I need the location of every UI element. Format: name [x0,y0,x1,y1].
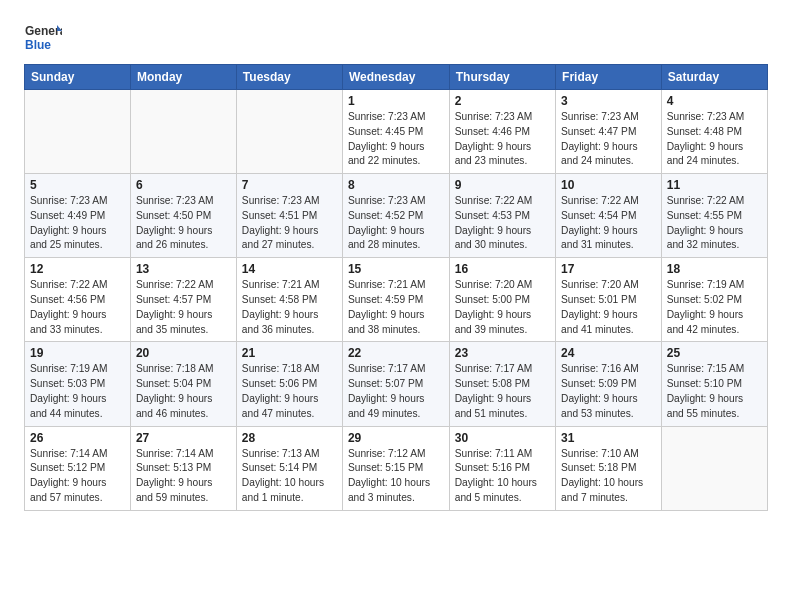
day-number: 12 [30,262,125,276]
day-info: Sunrise: 7:23 AMSunset: 4:49 PMDaylight:… [30,194,125,253]
day-number: 8 [348,178,444,192]
calendar-cell [236,90,342,174]
day-number: 13 [136,262,231,276]
day-number: 10 [561,178,656,192]
calendar-cell: 5Sunrise: 7:23 AMSunset: 4:49 PMDaylight… [25,174,131,258]
calendar-cell: 13Sunrise: 7:22 AMSunset: 4:57 PMDayligh… [130,258,236,342]
day-info: Sunrise: 7:14 AMSunset: 5:13 PMDaylight:… [136,447,231,506]
day-info: Sunrise: 7:22 AMSunset: 4:54 PMDaylight:… [561,194,656,253]
calendar-header-row: SundayMondayTuesdayWednesdayThursdayFrid… [25,65,768,90]
calendar-cell: 16Sunrise: 7:20 AMSunset: 5:00 PMDayligh… [449,258,555,342]
calendar-cell: 17Sunrise: 7:20 AMSunset: 5:01 PMDayligh… [556,258,662,342]
day-info: Sunrise: 7:22 AMSunset: 4:57 PMDaylight:… [136,278,231,337]
calendar-cell: 7Sunrise: 7:23 AMSunset: 4:51 PMDaylight… [236,174,342,258]
calendar-cell: 23Sunrise: 7:17 AMSunset: 5:08 PMDayligh… [449,342,555,426]
day-number: 2 [455,94,550,108]
calendar-cell: 29Sunrise: 7:12 AMSunset: 5:15 PMDayligh… [342,426,449,510]
day-info: Sunrise: 7:23 AMSunset: 4:47 PMDaylight:… [561,110,656,169]
calendar-cell: 12Sunrise: 7:22 AMSunset: 4:56 PMDayligh… [25,258,131,342]
day-number: 16 [455,262,550,276]
day-number: 30 [455,431,550,445]
calendar-cell: 4Sunrise: 7:23 AMSunset: 4:48 PMDaylight… [661,90,767,174]
calendar-cell: 27Sunrise: 7:14 AMSunset: 5:13 PMDayligh… [130,426,236,510]
day-number: 27 [136,431,231,445]
calendar-table: SundayMondayTuesdayWednesdayThursdayFrid… [24,64,768,511]
day-number: 23 [455,346,550,360]
day-info: Sunrise: 7:21 AMSunset: 4:59 PMDaylight:… [348,278,444,337]
svg-text:Blue: Blue [25,38,51,52]
calendar-cell: 18Sunrise: 7:19 AMSunset: 5:02 PMDayligh… [661,258,767,342]
calendar-cell: 22Sunrise: 7:17 AMSunset: 5:07 PMDayligh… [342,342,449,426]
day-info: Sunrise: 7:12 AMSunset: 5:15 PMDaylight:… [348,447,444,506]
day-info: Sunrise: 7:23 AMSunset: 4:50 PMDaylight:… [136,194,231,253]
day-number: 6 [136,178,231,192]
day-number: 18 [667,262,762,276]
day-number: 5 [30,178,125,192]
day-info: Sunrise: 7:23 AMSunset: 4:45 PMDaylight:… [348,110,444,169]
col-header-thursday: Thursday [449,65,555,90]
day-number: 11 [667,178,762,192]
day-info: Sunrise: 7:11 AMSunset: 5:16 PMDaylight:… [455,447,550,506]
day-info: Sunrise: 7:22 AMSunset: 4:53 PMDaylight:… [455,194,550,253]
week-row-4: 19Sunrise: 7:19 AMSunset: 5:03 PMDayligh… [25,342,768,426]
header: General Blue [24,18,768,56]
logo-bird-icon: General Blue [24,18,62,56]
day-number: 19 [30,346,125,360]
svg-text:General: General [25,24,62,38]
calendar-cell: 19Sunrise: 7:19 AMSunset: 5:03 PMDayligh… [25,342,131,426]
day-info: Sunrise: 7:19 AMSunset: 5:02 PMDaylight:… [667,278,762,337]
calendar-cell: 11Sunrise: 7:22 AMSunset: 4:55 PMDayligh… [661,174,767,258]
day-number: 29 [348,431,444,445]
col-header-saturday: Saturday [661,65,767,90]
day-info: Sunrise: 7:20 AMSunset: 5:01 PMDaylight:… [561,278,656,337]
day-number: 22 [348,346,444,360]
week-row-5: 26Sunrise: 7:14 AMSunset: 5:12 PMDayligh… [25,426,768,510]
day-info: Sunrise: 7:18 AMSunset: 5:06 PMDaylight:… [242,362,337,421]
col-header-wednesday: Wednesday [342,65,449,90]
calendar-cell: 31Sunrise: 7:10 AMSunset: 5:18 PMDayligh… [556,426,662,510]
day-info: Sunrise: 7:15 AMSunset: 5:10 PMDaylight:… [667,362,762,421]
day-info: Sunrise: 7:23 AMSunset: 4:46 PMDaylight:… [455,110,550,169]
day-info: Sunrise: 7:22 AMSunset: 4:55 PMDaylight:… [667,194,762,253]
col-header-friday: Friday [556,65,662,90]
day-number: 14 [242,262,337,276]
calendar-cell: 1Sunrise: 7:23 AMSunset: 4:45 PMDaylight… [342,90,449,174]
day-info: Sunrise: 7:17 AMSunset: 5:08 PMDaylight:… [455,362,550,421]
logo: General Blue [24,18,62,56]
col-header-sunday: Sunday [25,65,131,90]
day-info: Sunrise: 7:23 AMSunset: 4:51 PMDaylight:… [242,194,337,253]
calendar-cell: 2Sunrise: 7:23 AMSunset: 4:46 PMDaylight… [449,90,555,174]
day-info: Sunrise: 7:16 AMSunset: 5:09 PMDaylight:… [561,362,656,421]
col-header-monday: Monday [130,65,236,90]
day-number: 31 [561,431,656,445]
col-header-tuesday: Tuesday [236,65,342,90]
calendar-cell: 8Sunrise: 7:23 AMSunset: 4:52 PMDaylight… [342,174,449,258]
day-number: 26 [30,431,125,445]
day-info: Sunrise: 7:23 AMSunset: 4:48 PMDaylight:… [667,110,762,169]
day-number: 17 [561,262,656,276]
day-number: 20 [136,346,231,360]
calendar-cell: 25Sunrise: 7:15 AMSunset: 5:10 PMDayligh… [661,342,767,426]
day-info: Sunrise: 7:19 AMSunset: 5:03 PMDaylight:… [30,362,125,421]
day-info: Sunrise: 7:23 AMSunset: 4:52 PMDaylight:… [348,194,444,253]
calendar-cell: 6Sunrise: 7:23 AMSunset: 4:50 PMDaylight… [130,174,236,258]
day-info: Sunrise: 7:13 AMSunset: 5:14 PMDaylight:… [242,447,337,506]
calendar-cell: 24Sunrise: 7:16 AMSunset: 5:09 PMDayligh… [556,342,662,426]
day-number: 1 [348,94,444,108]
day-info: Sunrise: 7:18 AMSunset: 5:04 PMDaylight:… [136,362,231,421]
page: General Blue SundayMondayTuesdayWednesda… [0,0,792,612]
day-number: 3 [561,94,656,108]
day-number: 21 [242,346,337,360]
day-number: 4 [667,94,762,108]
week-row-2: 5Sunrise: 7:23 AMSunset: 4:49 PMDaylight… [25,174,768,258]
day-number: 7 [242,178,337,192]
day-number: 9 [455,178,550,192]
calendar-cell: 28Sunrise: 7:13 AMSunset: 5:14 PMDayligh… [236,426,342,510]
day-info: Sunrise: 7:21 AMSunset: 4:58 PMDaylight:… [242,278,337,337]
day-info: Sunrise: 7:10 AMSunset: 5:18 PMDaylight:… [561,447,656,506]
calendar-cell: 15Sunrise: 7:21 AMSunset: 4:59 PMDayligh… [342,258,449,342]
calendar-cell: 30Sunrise: 7:11 AMSunset: 5:16 PMDayligh… [449,426,555,510]
calendar-cell: 14Sunrise: 7:21 AMSunset: 4:58 PMDayligh… [236,258,342,342]
calendar-cell [25,90,131,174]
calendar-cell [661,426,767,510]
